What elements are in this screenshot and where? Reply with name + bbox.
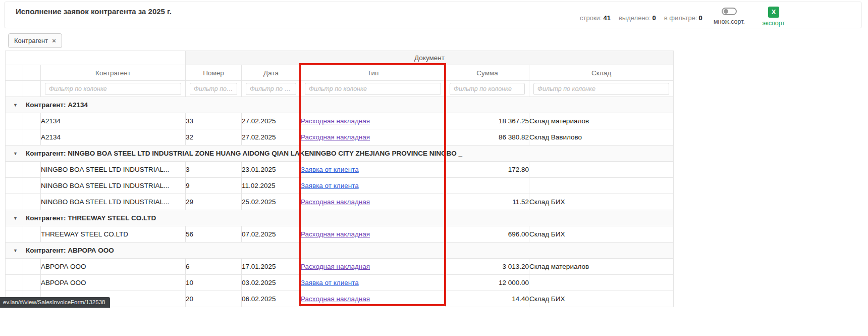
table-row[interactable]: NINGBO BOA STEEL LTD INDUSTRIAL...323.01… <box>6 162 674 178</box>
cell-number: 6 <box>186 259 242 275</box>
filter-cell-sum <box>446 81 529 97</box>
table-row[interactable]: А21343327.02.2025Расходная накладная18 3… <box>6 113 674 129</box>
cell-contragent: А2134 <box>41 129 186 146</box>
filter-input-warehouse[interactable] <box>533 83 669 95</box>
header-expand-column <box>6 65 23 81</box>
cell-type: Заявка от клиента <box>301 275 446 291</box>
document-type-link[interactable]: Заявка от клиента <box>301 182 359 189</box>
cell-selector <box>23 275 41 291</box>
cell-expand <box>6 113 23 129</box>
multisort-label: множ.сорт. <box>710 18 748 25</box>
filter-cell-warehouse <box>529 81 674 97</box>
grouping-chip-contragent[interactable]: Контрагент × <box>8 33 62 48</box>
cell-sum: 12 000.00 <box>446 275 529 291</box>
cell-contragent: NINGBO BOA STEEL LTD INDUSTRIAL... <box>41 178 186 194</box>
collapse-arrow-icon[interactable]: ▼ <box>13 103 26 108</box>
group-header-row[interactable]: ▼Контрагент: А2134 <box>6 97 674 113</box>
table-row[interactable]: NINGBO BOA STEEL LTD INDUSTRIAL...2925.0… <box>6 194 674 210</box>
group-label: Контрагент: THREEWAY STEEL CO.LTD <box>26 214 156 222</box>
cell-sum: 696.00 <box>446 226 529 243</box>
cell-selector <box>23 113 41 129</box>
cell-expand <box>6 162 23 178</box>
cell-warehouse: Склад материалов <box>529 259 674 275</box>
cell-sum: 172.80 <box>446 162 529 178</box>
group-header-cell: ▼Контрагент: А2134 <box>6 97 674 113</box>
filter-cell-contragent <box>41 81 186 97</box>
table-row[interactable]: А21343227.02.2025Расходная накладная86 3… <box>6 129 674 146</box>
multisort-toggle[interactable] <box>722 8 737 15</box>
cell-warehouse <box>529 162 674 178</box>
rows-count: строки:41 <box>580 14 611 22</box>
group-header-row[interactable]: ▼Контрагент: THREEWAY STEEL CO.LTD <box>6 210 674 226</box>
cell-contragent: THREEWAY STEEL CO.LTD <box>41 226 186 243</box>
document-type-link[interactable]: Расходная накладная <box>301 117 370 125</box>
cell-expand <box>6 194 23 210</box>
collapse-arrow-icon[interactable]: ▼ <box>13 151 26 156</box>
cell-expand <box>6 226 23 243</box>
filtered-count: в фильтре:0 <box>664 14 702 22</box>
cell-sum: 18 367.25 <box>446 113 529 129</box>
cell-contragent: АВРОРА ООО <box>41 259 186 275</box>
column-header-date[interactable]: Дата <box>242 65 301 81</box>
cell-expand <box>6 275 23 291</box>
filter-input-number[interactable] <box>190 83 237 95</box>
document-type-link[interactable]: Расходная накладная <box>301 295 370 303</box>
cell-date: 27.02.2025 <box>242 129 301 146</box>
group-label: Контрагент: NINGBO BOA STEEL LTD INDUSTR… <box>26 150 462 157</box>
collapse-arrow-icon[interactable]: ▼ <box>13 216 26 221</box>
cell-warehouse: Склад БИХ <box>529 291 674 307</box>
excel-icon: X <box>768 7 779 18</box>
cell-warehouse: Склад материалов <box>529 113 674 129</box>
document-type-link[interactable]: Расходная накладная <box>301 263 370 270</box>
document-type-link[interactable]: Заявка от клиента <box>301 279 359 286</box>
table-row[interactable]: THREEWAY STEEL CO.LTD5607.02.2025Расходн… <box>6 226 674 243</box>
table-row[interactable]: АВРОРА ООО1003.02.2025Заявка от клиента1… <box>6 275 674 291</box>
column-header-sum[interactable]: Сумма <box>446 65 529 81</box>
column-header-contragent[interactable]: Контрагент <box>41 65 186 81</box>
cell-contragent: NINGBO BOA STEEL LTD INDUSTRIAL... <box>41 162 186 178</box>
status-url-tooltip: ev.lan/#/view/SalesInvoiceForm/132538 <box>0 297 110 308</box>
cell-contragent: АВРОРА ООО <box>41 275 186 291</box>
cell-date: 11.02.2025 <box>242 178 301 194</box>
document-type-link[interactable]: Заявка от клиента <box>301 166 359 173</box>
column-header-type[interactable]: Тип <box>301 65 446 81</box>
chip-label: Контрагент <box>14 37 48 44</box>
data-grid: Документ КонтрагентНомерДатаТипСуммаСкла… <box>5 51 673 307</box>
document-type-link[interactable]: Расходная накладная <box>301 198 370 206</box>
cell-type: Заявка от клиента <box>301 162 446 178</box>
cell-date: 25.02.2025 <box>242 194 301 210</box>
chip-close-icon[interactable]: × <box>52 37 56 44</box>
filter-input-type[interactable] <box>305 83 441 95</box>
filter-input-contragent[interactable] <box>45 83 181 95</box>
cell-contragent: А2134 <box>41 113 186 129</box>
cell-selector <box>23 226 41 243</box>
export-label: экспорт <box>760 20 788 27</box>
column-header-warehouse[interactable]: Склад <box>529 65 674 81</box>
header-document-group: Документ <box>186 51 674 65</box>
document-type-link[interactable]: Расходная накладная <box>301 133 370 141</box>
toggle-knob-icon <box>724 9 728 14</box>
filter-input-sum[interactable] <box>450 83 525 95</box>
group-header-row[interactable]: ▼Контрагент: АВРОРА ООО <box>6 243 674 259</box>
collapse-arrow-icon[interactable]: ▼ <box>13 248 26 253</box>
cell-expand <box>6 259 23 275</box>
filter-input-date[interactable] <box>246 83 296 95</box>
cell-number: 3 <box>186 162 242 178</box>
column-header-number[interactable]: Номер <box>186 65 242 81</box>
cell-number: 56 <box>186 226 242 243</box>
table-row[interactable]: АВРОРА ООО617.01.2025Расходная накладная… <box>6 259 674 275</box>
table-row[interactable]: NINGBO BOA STEEL LTD INDUSTRIAL...911.02… <box>6 178 674 194</box>
cell-date: 06.02.2025 <box>242 291 301 307</box>
document-type-link[interactable]: Расходная накладная <box>301 230 370 238</box>
group-header-row[interactable]: ▼Контрагент: NINGBO BOA STEEL LTD INDUST… <box>6 146 674 162</box>
cell-selector <box>23 178 41 194</box>
cell-sum: 86 380.82 <box>446 129 529 146</box>
cell-type: Расходная накладная <box>301 129 446 146</box>
group-label: Контрагент: АВРОРА ООО <box>26 247 114 254</box>
cell-type: Расходная накладная <box>301 113 446 129</box>
cell-type: Расходная накладная <box>301 259 446 275</box>
cell-number: 29 <box>186 194 242 210</box>
cell-type: Расходная накладная <box>301 226 446 243</box>
export-button[interactable]: X экспорт <box>760 7 788 27</box>
multisort-control: множ.сорт. <box>710 8 748 25</box>
